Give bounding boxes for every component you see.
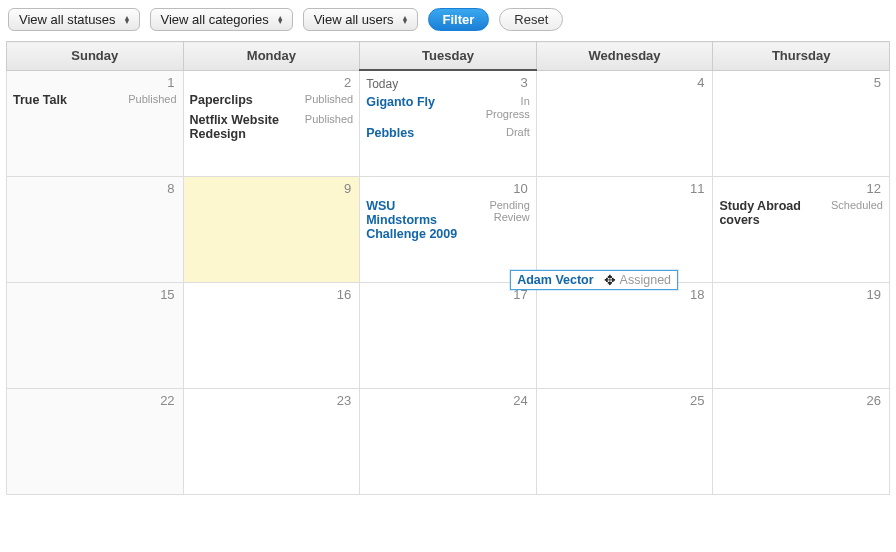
filter-button[interactable]: Filter	[428, 8, 490, 31]
event-item[interactable]: Netflix Website RedesignPublished	[190, 113, 354, 141]
reset-button-label: Reset	[514, 12, 548, 27]
calendar-cell[interactable]: 24	[360, 388, 537, 494]
event-status: Published	[128, 93, 176, 106]
day-number: 4	[697, 75, 704, 90]
event-title: Pebbles	[366, 126, 414, 140]
events-list: WSU Mindstorms Challenge 2009PendingRevi…	[366, 199, 530, 241]
events-list: True TalkPublished	[13, 93, 177, 107]
calendar-cell[interactable]: 12Study Abroad coversScheduled	[713, 176, 890, 282]
event-title: Paperclips	[190, 93, 253, 107]
calendar-cell[interactable]: 25	[536, 388, 713, 494]
day-number: 1	[167, 75, 174, 90]
event-status: InProgress	[486, 95, 530, 120]
day-number: 12	[867, 181, 881, 196]
calendar-cell[interactable]: 19	[713, 282, 890, 388]
event-status: Published	[305, 93, 353, 106]
day-number: 19	[867, 287, 881, 302]
col-header: Thursday	[713, 42, 890, 71]
day-number: 23	[337, 393, 351, 408]
col-header: Sunday	[7, 42, 184, 71]
dragging-event[interactable]: Adam Vector✥Assigned	[510, 270, 678, 290]
calendar-cell[interactable]: 8	[7, 176, 184, 282]
calendar-cell[interactable]: 10WSU Mindstorms Challenge 2009PendingRe…	[360, 176, 537, 282]
calendar-cell[interactable]: 16	[183, 282, 360, 388]
event-title: Netflix Website Redesign	[190, 113, 288, 141]
status-select-label: View all statuses	[19, 12, 116, 27]
event-title: True Talk	[13, 93, 67, 107]
day-number: 5	[874, 75, 881, 90]
calendar-row: 2223242526	[7, 388, 890, 494]
event-title: Study Abroad covers	[719, 199, 817, 227]
day-number: 9	[344, 181, 351, 196]
updown-icon	[277, 16, 284, 24]
calendar-cell[interactable]: 26	[713, 388, 890, 494]
calendar-cell[interactable]: 2PaperclipsPublishedNetflix Website Rede…	[183, 70, 360, 176]
category-select[interactable]: View all categories	[150, 8, 293, 31]
event-item[interactable]: WSU Mindstorms Challenge 2009PendingRevi…	[366, 199, 530, 241]
event-item[interactable]: True TalkPublished	[13, 93, 177, 107]
event-status: PendingReview	[489, 199, 529, 224]
updown-icon	[124, 16, 131, 24]
calendar-cell[interactable]: 11	[536, 176, 713, 282]
calendar-cell[interactable]: 18	[536, 282, 713, 388]
category-select-label: View all categories	[161, 12, 269, 27]
col-header: Wednesday	[536, 42, 713, 71]
events-list: Giganto FlyInProgressPebblesDraft	[366, 95, 530, 140]
col-header: Tuesday	[360, 42, 537, 71]
calendar-row: 1True TalkPublished2PaperclipsPublishedN…	[7, 70, 890, 176]
day-number: 2	[344, 75, 351, 90]
calendar-cell[interactable]: 5	[713, 70, 890, 176]
reset-button[interactable]: Reset	[499, 8, 563, 31]
day-number: 25	[690, 393, 704, 408]
calendar-cell[interactable]: 9	[183, 176, 360, 282]
today-label: Today	[366, 77, 530, 91]
events-list: Study Abroad coversScheduled	[719, 199, 883, 227]
calendar-cell[interactable]: 15	[7, 282, 184, 388]
event-item[interactable]: PaperclipsPublished	[190, 93, 354, 107]
calendar-row: 1516171819	[7, 282, 890, 388]
move-icon: ✥	[604, 273, 616, 287]
event-item[interactable]: Study Abroad coversScheduled	[719, 199, 883, 227]
day-number: 16	[337, 287, 351, 302]
event-title: Giganto Fly	[366, 95, 435, 109]
calendar-cell[interactable]: 23	[183, 388, 360, 494]
day-number: 15	[160, 287, 174, 302]
day-number: 3	[521, 75, 528, 90]
day-number: 24	[513, 393, 527, 408]
dragging-event-title: Adam Vector	[517, 273, 593, 287]
day-number: 8	[167, 181, 174, 196]
calendar-cell[interactable]: 1True TalkPublished	[7, 70, 184, 176]
dragging-event-status: Assigned	[620, 273, 671, 287]
event-title: WSU Mindstorms Challenge 2009	[366, 199, 464, 241]
user-select[interactable]: View all users	[303, 8, 418, 31]
events-list: PaperclipsPublishedNetflix Website Redes…	[190, 93, 354, 141]
filter-button-label: Filter	[443, 12, 475, 27]
day-number: 10	[513, 181, 527, 196]
day-number: 22	[160, 393, 174, 408]
updown-icon	[402, 16, 409, 24]
user-select-label: View all users	[314, 12, 394, 27]
calendar-header-row: Sunday Monday Tuesday Wednesday Thursday	[7, 42, 890, 71]
calendar-cell[interactable]: 4	[536, 70, 713, 176]
event-status: Scheduled	[831, 199, 883, 212]
col-header: Monday	[183, 42, 360, 71]
day-number: 18	[690, 287, 704, 302]
status-select[interactable]: View all statuses	[8, 8, 140, 31]
calendar-cell[interactable]: 17	[360, 282, 537, 388]
filter-toolbar: View all statuses View all categories Vi…	[6, 6, 890, 41]
event-status: Draft	[506, 126, 530, 139]
calendar: Sunday Monday Tuesday Wednesday Thursday…	[6, 41, 890, 495]
day-number: 11	[690, 181, 704, 196]
day-number: 26	[867, 393, 881, 408]
event-item[interactable]: Giganto FlyInProgress	[366, 95, 530, 120]
event-item[interactable]: PebblesDraft	[366, 126, 530, 140]
calendar-cell[interactable]: 3TodayGiganto FlyInProgressPebblesDraft	[360, 70, 537, 176]
calendar-row: 8910WSU Mindstorms Challenge 2009Pending…	[7, 176, 890, 282]
calendar-cell[interactable]: 22	[7, 388, 184, 494]
event-status: Published	[305, 113, 353, 126]
